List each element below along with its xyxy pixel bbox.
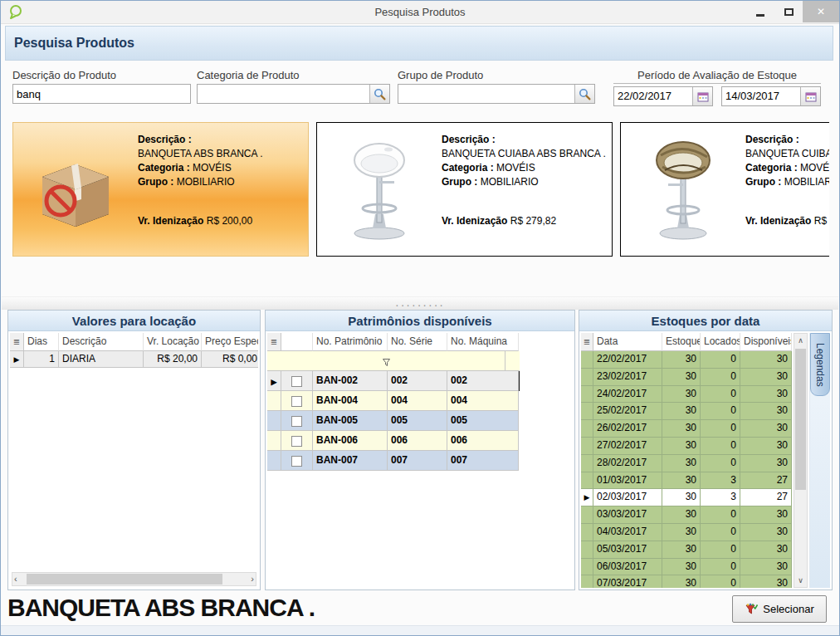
assets-filter-row[interactable]: Clique aqui para definir um filtro. <box>267 351 520 371</box>
cell-estoque[interactable]: 30 <box>662 472 701 490</box>
column-header-descricao[interactable]: Descrição <box>59 333 144 351</box>
cell-data[interactable]: 01/03/2017 <box>593 472 662 490</box>
row-selector[interactable]: ▶ <box>581 489 593 506</box>
cell-serie[interactable]: 006 <box>388 431 447 451</box>
cell-maquina[interactable]: 004 <box>447 391 519 411</box>
minimize-button[interactable] <box>746 1 774 22</box>
cell-maquina[interactable]: 006 <box>447 431 519 451</box>
cell-data[interactable]: 07/03/2017 <box>593 575 662 588</box>
cell-locados[interactable]: 0 <box>701 506 740 524</box>
row-selector[interactable] <box>581 506 593 524</box>
column-header-maquina[interactable]: No. Máquina <box>447 333 519 351</box>
cell-data[interactable]: 04/03/2017 <box>593 524 662 541</box>
cell-preco-especial[interactable]: R$ 0,00 <box>202 351 258 368</box>
horizontal-splitter[interactable] <box>2 296 838 310</box>
cell-maquina[interactable]: 007 <box>447 451 519 471</box>
cell-descricao[interactable]: DIARIA <box>59 351 144 368</box>
stock-row[interactable]: 01/03/201730327 <box>581 472 792 490</box>
cell-estoque[interactable]: 30 <box>662 489 701 506</box>
cell-locados[interactable]: 0 <box>701 524 740 541</box>
cell-data[interactable]: 24/02/2017 <box>593 386 662 404</box>
row-selector[interactable] <box>267 411 281 431</box>
cell-locados[interactable]: 0 <box>701 438 740 455</box>
stock-row[interactable]: 26/02/201730030 <box>581 420 792 438</box>
cell-locados[interactable]: 0 <box>701 559 740 576</box>
asset-checkbox[interactable] <box>291 376 302 387</box>
stock-row[interactable]: 04/03/201730030 <box>581 524 792 541</box>
row-selector[interactable] <box>581 438 593 455</box>
cell-patrimonio[interactable]: BAN-005 <box>313 411 388 431</box>
cell-estoque[interactable]: 30 <box>662 559 701 576</box>
row-selector[interactable] <box>581 559 593 576</box>
description-input[interactable] <box>13 85 190 103</box>
cell-disponiveis[interactable]: 30 <box>740 455 792 472</box>
close-button[interactable]: ✕ <box>803 1 839 22</box>
cell-data[interactable]: 26/02/2017 <box>593 420 662 438</box>
row-selector[interactable] <box>267 391 281 411</box>
cell-estoque[interactable]: 30 <box>662 541 701 559</box>
column-header-preco-especial[interactable]: Preço Especial <box>202 333 258 351</box>
cell-locados[interactable]: 0 <box>701 369 740 386</box>
column-header-serie[interactable]: No. Série <box>388 333 447 351</box>
cell-locados[interactable]: 3 <box>701 472 740 490</box>
stock-row[interactable]: 27/02/201730030 <box>581 438 792 455</box>
cell-estoque[interactable]: 30 <box>662 455 701 472</box>
cell-serie[interactable]: 004 <box>388 391 447 411</box>
cell-data[interactable]: 02/03/2017 <box>593 489 662 506</box>
cell-patrimonio[interactable]: BAN-007 <box>313 451 388 471</box>
asset-checkbox[interactable] <box>291 456 302 467</box>
filter-hint[interactable]: Clique aqui para definir um filtro. <box>505 351 520 371</box>
cell-data[interactable]: 22/02/2017 <box>593 351 662 369</box>
scrollbar-thumb[interactable] <box>795 349 806 490</box>
asset-row[interactable]: BAN-005005005 <box>267 411 520 431</box>
cell-disponiveis[interactable]: 30 <box>740 559 792 576</box>
cell-disponiveis[interactable]: 30 <box>740 386 792 404</box>
row-selector[interactable] <box>581 420 593 438</box>
checkbox-cell[interactable] <box>281 451 313 471</box>
cell-estoque[interactable]: 30 <box>662 575 701 588</box>
checkbox-cell[interactable] <box>281 391 313 411</box>
cell-data[interactable]: 23/02/2017 <box>593 369 662 386</box>
cell-locados[interactable]: 0 <box>701 420 740 438</box>
stock-row[interactable]: 24/02/201730030 <box>581 386 792 404</box>
cell-serie[interactable]: 005 <box>388 411 447 431</box>
cell-patrimonio[interactable]: BAN-006 <box>313 431 388 451</box>
column-header-dias[interactable]: Dias <box>24 333 59 351</box>
row-selector[interactable] <box>581 455 593 472</box>
cell-estoque[interactable]: 30 <box>662 420 701 438</box>
cell-locados[interactable]: 0 <box>701 351 740 369</box>
cell-disponiveis[interactable]: 30 <box>740 438 792 455</box>
stock-row[interactable]: 06/03/201730030 <box>581 559 792 576</box>
cell-estoque[interactable]: 30 <box>662 369 701 386</box>
column-header-data[interactable]: Data <box>593 333 662 351</box>
cell-maquina[interactable]: 002 <box>447 371 519 391</box>
cell-serie[interactable]: 002 <box>388 371 447 391</box>
row-selector[interactable] <box>267 451 281 471</box>
stock-row[interactable]: 25/02/201730030 <box>581 403 792 420</box>
row-selector[interactable] <box>581 386 593 404</box>
column-header-vr-locacao[interactable]: Vr. Locação <box>144 333 202 351</box>
asset-row[interactable]: BAN-004004004 <box>267 391 520 411</box>
row-selector[interactable] <box>581 472 593 490</box>
cell-dias[interactable]: 1 <box>24 351 59 368</box>
row-selector[interactable] <box>581 369 593 386</box>
cell-disponiveis[interactable]: 30 <box>740 351 792 369</box>
period-end-value[interactable]: 14/03/2017 <box>722 87 800 105</box>
scroll-down-icon[interactable]: ∨ <box>794 574 807 587</box>
column-header-disponiveis[interactable]: Disponíveis <box>740 333 792 351</box>
cell-locados[interactable]: 0 <box>701 541 740 559</box>
cell-estoque[interactable]: 30 <box>662 524 701 541</box>
period-start-calendar-button[interactable] <box>692 87 712 105</box>
stock-row[interactable]: 03/03/201730030 <box>581 506 792 524</box>
category-input[interactable] <box>198 85 369 103</box>
cell-disponiveis[interactable]: 30 <box>740 575 792 588</box>
cell-estoque[interactable]: 30 <box>662 351 701 369</box>
cell-disponiveis[interactable]: 27 <box>740 489 792 506</box>
cell-locados[interactable]: 3 <box>701 489 740 506</box>
category-search-button[interactable] <box>369 85 389 103</box>
asset-checkbox[interactable] <box>291 436 302 447</box>
column-header-locados[interactable]: Locados <box>701 333 740 351</box>
row-selector[interactable]: ▶ <box>10 351 24 368</box>
cell-data[interactable]: 28/02/2017 <box>593 455 662 472</box>
period-start-value[interactable]: 22/02/2017 <box>614 87 692 105</box>
